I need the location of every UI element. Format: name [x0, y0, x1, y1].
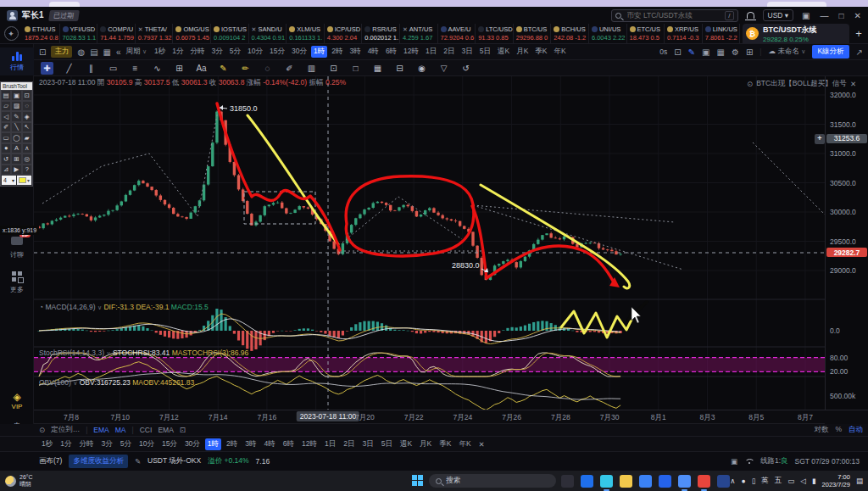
yellow-brush-stroke[interactable] [561, 311, 632, 338]
scale-option-%[interactable]: % [835, 425, 842, 435]
peak-price-label[interactable]: 31850.0 [230, 104, 258, 113]
palette-diamond-icon[interactable]: ◈ [22, 111, 32, 122]
band-price-tag[interactable]: 31253.6+ [826, 134, 867, 143]
palette-filled-rect-icon[interactable]: ▰ [22, 132, 32, 143]
tool-refresh-icon[interactable]: ↺ [459, 62, 472, 75]
timeframe-10分[interactable]: 10分 [245, 46, 265, 58]
timeframe-分時[interactable]: 分時 [76, 438, 96, 450]
ticker-item[interactable]: ETC/US18.473 0.5 [627, 24, 665, 43]
palette-open-icon[interactable]: ▤ [1, 90, 11, 101]
panel-icon[interactable]: ▦ [717, 47, 725, 57]
timeframe-30分[interactable]: 30分 [182, 438, 203, 450]
palette-screen-icon[interactable]: ⊡ [22, 90, 32, 101]
sidebar-item-chat[interactable]: VIP 讨聊 [0, 233, 34, 263]
tool-crosshair-icon[interactable]: ✚ [41, 62, 53, 75]
ticker-item[interactable]: LTC/USD91.33 0.85 [476, 24, 514, 43]
camera-icon[interactable]: ⊡ [674, 47, 681, 57]
palette-save-icon[interactable]: ▣ [11, 90, 21, 101]
timeframe-分時[interactable]: 分時 [188, 46, 208, 58]
close-button[interactable]: ✕ [854, 11, 861, 20]
stochrsi-label[interactable]: StochRSI(14,14,3,3) ∨ STOCHRSI:83.41 MAS… [39, 349, 248, 357]
trend-dotted-line[interactable] [342, 197, 462, 243]
obv-label[interactable]: OBV(100) ∨ OBV:316725.23 MAOBV:445261.83 [39, 378, 194, 387]
timeframe-5日[interactable]: 5日 [477, 46, 493, 58]
fullscreen-icon[interactable]: ⊞ [746, 47, 753, 57]
palette-angle-icon[interactable]: ∧ [22, 143, 32, 154]
tool-eraser-icon[interactable]: ◌ [261, 62, 274, 75]
taskbar-app-chrome[interactable] [698, 475, 710, 488]
palette-select-dashed-icon[interactable]: ◌ [22, 101, 32, 112]
tool-measure-icon[interactable]: ▥ [305, 62, 318, 75]
tool-magnet-icon[interactable]: ◉ [415, 62, 428, 75]
timeframe-5日[interactable]: 5日 [379, 438, 395, 450]
timeframe-1分[interactable]: 1分 [170, 46, 186, 58]
maximize-button[interactable]: □ [839, 11, 844, 20]
cci-toggle[interactable]: CCI [140, 426, 153, 434]
timeframe-3時[interactable]: 3時 [242, 438, 259, 450]
symbol-search[interactable]: / [611, 9, 738, 22]
signal-notice[interactable]: ⊙ BTC出现【BOLL超买】信号 ✕ [747, 79, 856, 89]
taskbar-app-widgets[interactable] [561, 475, 574, 488]
trend-dotted-line[interactable] [753, 142, 825, 243]
ticker-item[interactable]: LINK/US7.8061 -2.2 [703, 24, 741, 43]
timeframe-季K[interactable]: 季K [532, 46, 549, 58]
palette-text-icon[interactable]: A [11, 143, 21, 154]
timeframe-年K[interactable]: 年K [552, 46, 569, 58]
notice-close-icon[interactable]: ✕ [850, 80, 856, 88]
palette-ruler-icon[interactable]: ⊿ [1, 165, 11, 176]
palette-undo-icon[interactable]: ↺ [1, 153, 11, 165]
sidebar-item-vip[interactable]: ◈ VIP [0, 388, 34, 414]
ema2-toggle[interactable]: EMA [158, 426, 173, 434]
copy-icon[interactable]: ▣ [702, 47, 709, 57]
tool-clone-icon[interactable]: □ [349, 62, 362, 75]
tray-volume-icon[interactable]: ◁ [800, 477, 806, 485]
ema-toggle[interactable]: EMA [93, 426, 108, 434]
ma-toggle[interactable]: MA [115, 426, 126, 434]
tray-ime-en-icon[interactable]: 英 [761, 476, 769, 486]
layout-icon[interactable]: ▣ [802, 11, 810, 20]
timeframe-4時[interactable]: 4時 [365, 46, 381, 58]
app-logo[interactable]: ✦ [0, 24, 22, 43]
market-source[interactable]: USDT 场外-OKX [147, 456, 201, 466]
ticker-item[interactable]: XRP/US0.7114 -0.3 [665, 24, 703, 43]
ticker-item[interactable]: ✕ANT/US4.259 1.67 [400, 24, 438, 43]
calendar-icon[interactable]: ▤ [90, 47, 97, 57]
ticker-item[interactable]: BTC/US29296.88 0 [514, 24, 552, 43]
taskbar-app-browser[interactable] [717, 475, 730, 488]
sidebar-item-more[interactable]: 更多 [0, 268, 34, 298]
timeframe-3日[interactable]: 3日 [459, 46, 476, 58]
start-button[interactable] [412, 475, 424, 487]
chart-area[interactable]: 31850.028830.0 [34, 76, 825, 410]
tool-brush-icon[interactable]: ✎ [217, 62, 230, 75]
edit-pen-icon[interactable]: ✎ [135, 457, 141, 466]
taskbar-clock[interactable]: 7:002023/7/29 [822, 473, 850, 488]
scale-option-自动[interactable]: 自动 [849, 425, 863, 435]
timeframe-30分[interactable]: 30分 [289, 46, 309, 58]
timeframe-1分[interactable]: 1分 [58, 438, 74, 450]
timeframe-週K[interactable]: 週K [495, 46, 512, 58]
ticker-item[interactable]: YFI/USD7028.53 1.1 [60, 24, 98, 43]
timeframe-10分[interactable]: 10分 [136, 438, 157, 450]
timeframe-3日[interactable]: 3日 [359, 438, 376, 450]
tool-parallel-channel-icon[interactable]: ∥ [85, 62, 97, 75]
draw-icon[interactable]: ✎ [688, 47, 695, 57]
user-avatar[interactable] [7, 10, 18, 21]
tool-pen-icon[interactable]: ✐ [283, 62, 296, 75]
palette-eraser-icon[interactable]: ◁ [1, 111, 11, 122]
timeframe-3時[interactable]: 3時 [347, 46, 363, 58]
main-force-tag[interactable]: 主力 [51, 46, 72, 58]
palette-help-icon[interactable]: ? [22, 165, 32, 176]
cloud-layout[interactable]: ☁ 未命名 ∨ [769, 47, 806, 57]
ticker-item[interactable]: ICP/USD4.300 2.04 [325, 24, 363, 43]
chart-type-icon[interactable]: ⊡ [39, 47, 46, 57]
ticker-item[interactable]: UNI/US6.0043 2.22 [589, 24, 627, 43]
weather-widget[interactable]: 26°C晴阴 [5, 474, 60, 488]
tool-layers-icon[interactable]: ▦ [371, 62, 384, 75]
palette-grid-icon[interactable]: ⊞ [11, 153, 21, 165]
ticker-item[interactable]: COMP/U71.44 1.759 [97, 24, 136, 43]
tool-highlighter-icon[interactable]: ✏ [239, 62, 252, 75]
taskbar-app-photos[interactable] [659, 475, 671, 488]
palette-pen-icon[interactable]: ✐ [1, 122, 11, 133]
timeframe-週K[interactable]: 週K [398, 438, 415, 450]
palette-line-icon[interactable]: ╲ [11, 122, 21, 133]
